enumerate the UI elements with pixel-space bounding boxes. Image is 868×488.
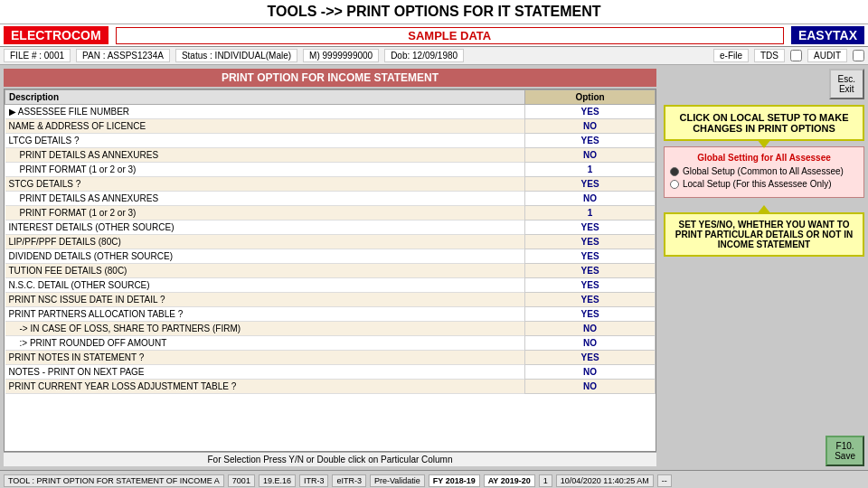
row-value[interactable]: YES xyxy=(525,134,656,148)
row-label: NOTES - PRINT ON NEXT PAGE xyxy=(5,365,525,380)
table-row[interactable]: PRINT DETAILS AS ANNEXURESNO xyxy=(5,148,656,163)
status-bar: TOOL : PRINT OPTION FOR STATEMENT OF INC… xyxy=(0,470,868,488)
row-label: N.S.C. DETAIL (OTHER SOURCE) xyxy=(5,278,525,293)
footer-note: For Selection Press Y/N or Double click … xyxy=(4,452,656,466)
logo-left: ELECTROCOM xyxy=(4,26,108,44)
row-label: LTCG DETAILS ? xyxy=(5,134,525,148)
table-row[interactable]: PRINT DETAILS AS ANNEXURESNO xyxy=(5,192,656,206)
table-row[interactable]: PRINT NOTES IN STATEMENT ?YES xyxy=(5,351,656,365)
row-value[interactable]: 1 xyxy=(525,206,656,221)
row-label: PRINT FORMAT (1 or 2 or 3) xyxy=(5,206,525,221)
esc-button[interactable]: Esc. Exit xyxy=(829,69,864,99)
row-label: INTEREST DETAILS (OTHER SOURCE) xyxy=(5,221,525,235)
col-option: Option xyxy=(525,90,656,105)
tooltip-set-yesno: SET YES/NO, WHETHER YOU WANT TO PRINT PA… xyxy=(664,212,864,257)
table-row[interactable]: PRINT FORMAT (1 or 2 or 3)1 xyxy=(5,163,656,177)
table-row[interactable]: -> IN CASE OF LOSS, SHARE TO PARTNERS (F… xyxy=(5,322,656,336)
radio-global-label: Global Setup (Common to All Assessee) xyxy=(683,166,844,176)
row-value[interactable]: YES xyxy=(525,351,656,365)
table-row[interactable]: DIVIDEND DETAILS (OTHER SOURCE)YES xyxy=(5,249,656,264)
row-value[interactable]: YES xyxy=(525,293,656,307)
row-value[interactable]: YES xyxy=(525,177,656,192)
ver1: 19.E.16 xyxy=(259,474,296,487)
row-value[interactable]: NO xyxy=(525,380,656,394)
sample-data-label: SAMPLE DATA xyxy=(116,27,784,44)
audit-checkbox[interactable] xyxy=(853,50,864,61)
radio-local-setup[interactable]: Local Setup (For this Assessee Only) xyxy=(670,179,858,189)
dob-field: Dob: 12/09/1980 xyxy=(384,49,464,62)
title-bar: TOOLS ->> PRINT OPTIONS FOR IT STATEMENT xyxy=(0,0,868,24)
row-label: PRINT DETAILS AS ANNEXURES xyxy=(5,148,525,163)
row-label: NAME & ADDRESS OF LICENCE xyxy=(5,119,525,134)
table-row[interactable]: PRINT NSC ISSUE DATE IN DETAIL ?YES xyxy=(5,293,656,307)
row-value[interactable]: YES xyxy=(525,105,656,119)
file-number: FILE # : 0001 xyxy=(4,49,71,62)
row-value[interactable]: YES xyxy=(525,264,656,278)
row-value[interactable]: YES xyxy=(525,249,656,264)
table-row[interactable]: PRINT CURRENT YEAR LOSS ADJUSTMENT TABLE… xyxy=(5,380,656,394)
row-value[interactable]: YES xyxy=(525,221,656,235)
row-value[interactable]: NO xyxy=(525,365,656,380)
radio-global-icon xyxy=(670,167,679,176)
efile-label[interactable]: e-File xyxy=(713,49,749,62)
logo-right: EASYTAX xyxy=(791,26,864,44)
table-row[interactable]: STCG DETAILS ?YES xyxy=(5,177,656,192)
row-value[interactable]: YES xyxy=(525,278,656,293)
row-label: PRINT PARTNERS ALLOCATION TABLE ? xyxy=(5,307,525,322)
table-container: Description Option ▶ ASSESSEE FILE NUMBE… xyxy=(4,89,656,452)
table-row[interactable]: INTEREST DETAILS (OTHER SOURCE)YES xyxy=(5,221,656,235)
row-value[interactable]: YES xyxy=(525,235,656,249)
ay: AY 2019-20 xyxy=(484,474,535,487)
table-row[interactable]: N.S.C. DETAIL (OTHER SOURCE)YES xyxy=(5,278,656,293)
prevalidate: Pre-Validatie xyxy=(370,474,425,487)
num: 1 xyxy=(539,474,552,487)
row-label: :> PRINT ROUNDED OFF AMOUNT xyxy=(5,336,525,351)
row-label: PRINT DETAILS AS ANNEXURES xyxy=(5,192,525,206)
dash: -- xyxy=(657,474,672,487)
col-description: Description xyxy=(5,90,525,105)
row-label: STCG DETAILS ? xyxy=(5,177,525,192)
row-value[interactable]: NO xyxy=(525,192,656,206)
row-value[interactable]: NO xyxy=(525,148,656,163)
table-row[interactable]: PRINT FORMAT (1 or 2 or 3)1 xyxy=(5,206,656,221)
radio-local-label: Local Setup (For this Assessee Only) xyxy=(683,179,832,189)
eitr3: eITR-3 xyxy=(332,474,366,487)
row-label: PRINT NSC ISSUE DATE IN DETAIL ? xyxy=(5,293,525,307)
global-setting-box: Global Setting for All Assessee Global S… xyxy=(664,146,864,198)
f10-save-button[interactable]: F10. Save xyxy=(826,436,864,466)
row-value[interactable]: YES xyxy=(525,307,656,322)
tds-checkbox[interactable] xyxy=(790,50,802,61)
table-row[interactable]: NOTES - PRINT ON NEXT PAGENO xyxy=(5,365,656,380)
status-code: 7001 xyxy=(228,474,255,487)
tds-label[interactable]: TDS xyxy=(754,49,785,62)
row-label: PRINT NOTES IN STATEMENT ? xyxy=(5,351,525,365)
row-value[interactable]: NO xyxy=(525,336,656,351)
pan-number: PAN : ASSPS1234A xyxy=(76,49,170,62)
print-option-header: PRINT OPTION FOR INCOME STATEMENT xyxy=(4,69,656,87)
tool-label: TOOL : PRINT OPTION FOR STATEMENT OF INC… xyxy=(4,474,224,487)
tooltip-click-local-setup: CLICK ON LOCAL SETUP TO MAKE CHANGES IN … xyxy=(664,105,864,141)
main-area: PRINT OPTION FOR INCOME STATEMENT Descri… xyxy=(0,65,868,470)
options-table: Description Option ▶ ASSESSEE FILE NUMBE… xyxy=(5,89,656,394)
radio-global-setup[interactable]: Global Setup (Common to All Assessee) xyxy=(670,166,858,176)
audit-label[interactable]: AUDIT xyxy=(807,49,847,62)
table-row[interactable]: ▶ ASSESSEE FILE NUMBERYES xyxy=(5,105,656,119)
table-row[interactable]: TUTION FEE DETAILS (80C)YES xyxy=(5,264,656,278)
right-panel: Esc. Exit CLICK ON LOCAL SETUP TO MAKE C… xyxy=(660,65,868,470)
table-row[interactable]: NAME & ADDRESS OF LICENCENO xyxy=(5,119,656,134)
header-row2: FILE # : 0001 PAN : ASSPS1234A Status : … xyxy=(0,47,868,65)
fy: FY 2018-19 xyxy=(429,474,480,487)
table-row[interactable]: :> PRINT ROUNDED OFF AMOUNTNO xyxy=(5,336,656,351)
table-row[interactable]: LTCG DETAILS ?YES xyxy=(5,134,656,148)
row-label: ▶ ASSESSEE FILE NUMBER xyxy=(5,105,525,119)
row-value[interactable]: 1 xyxy=(525,163,656,177)
row-label: TUTION FEE DETAILS (80C) xyxy=(5,264,525,278)
table-row[interactable]: LIP/PF/PPF DETAILS (80C)YES xyxy=(5,235,656,249)
row-label: LIP/PF/PPF DETAILS (80C) xyxy=(5,235,525,249)
row-value[interactable]: NO xyxy=(525,119,656,134)
radio-local-icon xyxy=(670,180,679,189)
row-value[interactable]: NO xyxy=(525,322,656,336)
row-label: -> IN CASE OF LOSS, SHARE TO PARTNERS (F… xyxy=(5,322,525,336)
status-field: Status : INDIVIDUAL(Male) xyxy=(175,49,297,62)
table-row[interactable]: PRINT PARTNERS ALLOCATION TABLE ?YES xyxy=(5,307,656,322)
